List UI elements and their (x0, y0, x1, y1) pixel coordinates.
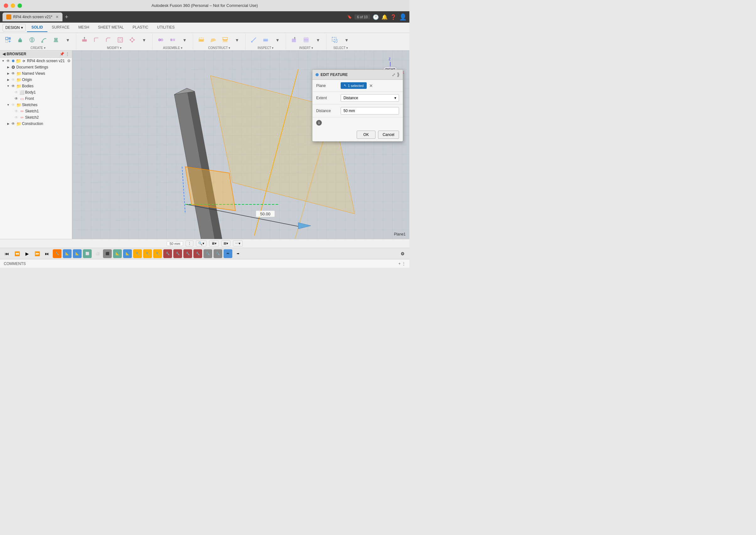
active-tab[interactable]: RPi4 4inch screen v21* ✕ (3, 13, 63, 21)
sweep-button[interactable] (38, 34, 50, 45)
ef-distance-input[interactable] (341, 107, 399, 115)
offset-plane-button[interactable] (196, 34, 207, 45)
tree-item-body1[interactable]: 👁 ⬜ Body1 (0, 89, 72, 96)
more-create-button[interactable]: ▾ (62, 34, 73, 45)
tree-arrow-root[interactable]: ▼ (1, 59, 5, 63)
timeline-tool-6[interactable]: ⬛ (103, 249, 112, 258)
chamfer-button[interactable] (103, 34, 114, 45)
browser-pin-icon[interactable]: 📌 (60, 52, 64, 56)
bodies-eye-icon[interactable]: 👁 (11, 84, 16, 89)
toolbar-tab-mesh[interactable]: MESH (74, 23, 94, 32)
timeline-tool-7[interactable]: 📐 (113, 249, 122, 258)
timeline-tool-9[interactable]: 🔧 (133, 249, 142, 258)
maximize-button[interactable] (17, 3, 22, 8)
timeline-tool-3[interactable]: 📐 (73, 249, 82, 258)
measure-button[interactable] (248, 34, 259, 45)
toolbar-tab-utilities[interactable]: UTILITIES (153, 23, 179, 32)
shell-button[interactable] (115, 34, 126, 45)
revolve-button[interactable] (26, 34, 38, 45)
tree-arrow-sketches[interactable]: ▼ (6, 103, 10, 107)
ef-clear-selection-button[interactable]: ✕ (368, 83, 374, 89)
fast-forward-button[interactable]: ⏭ (43, 249, 51, 258)
comments-add-button[interactable]: + (398, 262, 401, 266)
tree-item-bodies[interactable]: ▼ 👁 📁 Bodies (0, 83, 72, 89)
help-icon[interactable]: ❓ (390, 14, 397, 20)
timeline-tool-5[interactable]: ⬜ (93, 249, 102, 258)
notification-icon[interactable]: 🔔 (381, 14, 388, 20)
tree-item-sketch1[interactable]: 👁 ✏ Sketch1 (0, 108, 72, 114)
extrude-button[interactable] (14, 34, 26, 45)
tree-item-sketches[interactable]: ▼ 👁 📁 Sketches (0, 102, 72, 108)
close-button[interactable] (4, 3, 8, 8)
more-inspect-button[interactable]: ▾ (272, 34, 283, 45)
tab-close-icon[interactable]: ✕ (56, 15, 59, 19)
midplane-button[interactable] (219, 34, 231, 45)
account-icon[interactable]: 👤 (399, 13, 407, 21)
ef-close-button[interactable]: ⟫ (397, 71, 400, 77)
sketch2-eye-icon[interactable]: 👁 (14, 115, 19, 120)
tree-arrow-named-views[interactable]: ▶ (6, 71, 10, 75)
ef-ok-button[interactable]: OK (357, 130, 375, 139)
tree-item-origin[interactable]: ▶ 👁 📁 Origin (0, 77, 72, 83)
tree-item-doc-settings[interactable]: ▶ ⚙ Document Settings (0, 64, 72, 70)
timeline-tool-16[interactable]: 🔧 (204, 249, 212, 258)
more-viewport-button[interactable]: ⋯▾ (233, 240, 243, 246)
comments-panel-handle[interactable]: ⋮ (402, 262, 406, 266)
origin-eye-icon[interactable]: 👁 (11, 77, 16, 82)
create-new-component-button[interactable] (3, 34, 14, 45)
step-forward-button[interactable]: ⏩ (33, 249, 42, 258)
more-assemble-button[interactable]: ▾ (179, 34, 190, 45)
minimize-button[interactable] (11, 3, 15, 8)
timeline-tool-13[interactable]: 🔧 (173, 249, 182, 258)
more-select-button[interactable]: ▾ (341, 34, 352, 45)
play-button[interactable]: ▶ (23, 249, 31, 258)
select-button[interactable] (329, 34, 340, 45)
step-back-button[interactable]: ⏪ (13, 249, 21, 258)
grid-button[interactable]: ⊞▾ (221, 240, 231, 246)
named-views-eye-icon[interactable]: 👁 (11, 71, 16, 76)
timeline-tool-12[interactable]: 🔧 (163, 249, 172, 258)
browser-collapse-icon[interactable]: ◀ (3, 52, 5, 56)
tree-arrow-doc-settings[interactable]: ▶ (6, 65, 10, 69)
front-eye-icon[interactable]: 👁 (14, 96, 19, 101)
press-pull-button[interactable] (79, 34, 90, 45)
joint-button[interactable] (155, 34, 166, 45)
timeline-tool-10[interactable]: 🔧 (143, 249, 152, 258)
canvas-button[interactable] (300, 34, 312, 45)
toolbar-tab-surface[interactable]: SURFACE (47, 23, 74, 32)
design-menu-button[interactable]: DESIGN ▾ (3, 24, 26, 31)
tree-item-named-views[interactable]: ▶ 👁 📁 Named Views (0, 70, 72, 77)
root-settings-icon[interactable]: ⚙ (67, 59, 70, 63)
toolbar-tab-solid[interactable]: SOLID (27, 23, 47, 32)
timeline-settings-button[interactable]: ⚙ (398, 249, 407, 258)
timeline-tool-18[interactable]: ✏ (224, 249, 232, 258)
new-tab-button[interactable]: + (65, 14, 69, 20)
sketches-eye-icon[interactable]: 👁 (11, 102, 16, 107)
sketch1-eye-icon[interactable]: 👁 (14, 109, 19, 114)
tree-item-front[interactable]: 👁 ▭ Front (0, 96, 72, 102)
insert-mesh-button[interactable] (289, 34, 300, 45)
more-insert-button[interactable]: ▾ (312, 34, 324, 45)
toolbar-tab-sheetmetal[interactable]: SHEET METAL (94, 23, 128, 32)
section-analysis-button[interactable] (260, 34, 271, 45)
display-units-button[interactable]: 🔍▾ (196, 240, 207, 246)
tree-arrow-construction[interactable]: ▶ (6, 122, 10, 126)
viewport[interactable]: 50.00 X Y Z RIGHT EDIT FEATURE (72, 50, 409, 239)
rewind-button[interactable]: ⏮ (3, 249, 11, 258)
timeline-tool-2[interactable]: 📐 (63, 249, 71, 258)
toolbar-tab-plastic[interactable]: PLASTIC (128, 23, 153, 32)
browser-panel-handle[interactable]: ⋮ (66, 52, 70, 56)
tree-arrow-origin[interactable]: ▶ (6, 78, 10, 82)
move-button[interactable] (126, 34, 138, 45)
fillet-button[interactable] (91, 34, 102, 45)
tree-item-root[interactable]: ▼ 👁 📁 ⟳ RPi4 4inch screen v21 ⚙ (0, 58, 72, 64)
timeline-tool-1[interactable]: 🔧 (53, 249, 62, 258)
plane-at-angle-button[interactable] (208, 34, 219, 45)
ef-extent-dropdown[interactable]: Distance ▾ (341, 94, 399, 102)
more-modify-button[interactable]: ▾ (138, 34, 150, 45)
tree-item-construction[interactable]: ▶ 👁 📁 Construction (0, 121, 72, 127)
timeline-tool-17[interactable]: 🔧 (213, 249, 222, 258)
more-construct-button[interactable]: ▾ (231, 34, 243, 45)
snap-options-button[interactable]: ⋮ (185, 240, 193, 246)
tree-item-sketch2[interactable]: 👁 ✏ Sketch2 (0, 114, 72, 121)
